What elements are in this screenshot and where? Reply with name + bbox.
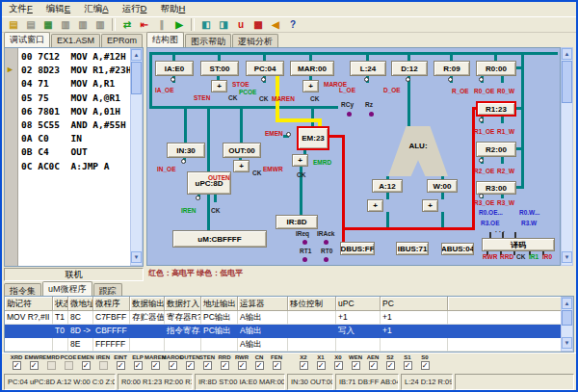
run-icon[interactable]: ▶ [171, 17, 188, 32]
tab-instruction-set[interactable]: 指令集 [4, 283, 41, 297]
table-row[interactable]: MOV R?,#IIT18CC7FBFF存贮器值EM寄存器R?PC输出A输出+1… [5, 311, 573, 325]
label-r0_w: R0_W [497, 88, 514, 94]
search-icon[interactable]: ▥ [74, 17, 92, 32]
simulator-window: 文件F编辑E汇编A运行D帮助H ▤▤▦▥▥▥⇄⇤∥▶◧◨u▩◀? 调试窗口EX1… [0, 0, 578, 392]
signal-checkbox[interactable]: ✓ [386, 361, 395, 370]
logic-icon[interactable]: ▩ [250, 17, 267, 32]
signal-checkbox[interactable] [65, 361, 73, 370]
scroll-up-button[interactable]: ▲ [562, 298, 572, 309]
signal-checkbox[interactable]: ✓ [203, 361, 212, 370]
scroll-up-button[interactable]: ▲ [131, 49, 142, 61]
menu-assemble[interactable]: 汇编A [77, 3, 115, 15]
scroll-down-button[interactable]: ▼ [562, 337, 572, 349]
menu-edit[interactable]: 编辑E [39, 3, 77, 15]
table-cell: 助记符 [5, 297, 53, 311]
signal-checkbox[interactable]: ✓ [221, 361, 229, 370]
tab-um-microprogram[interactable]: uM微程序 [42, 281, 92, 297]
refresh-icon[interactable]: ⇄ [118, 17, 136, 32]
table-cell: A输出 [238, 325, 288, 338]
breakpoint-gutter[interactable]: ► [5, 48, 18, 266]
tab-structure[interactable]: 结构图 [146, 32, 184, 47]
code-scrollbar[interactable]: ▲▼ [130, 48, 143, 266]
box-l: L:24 [350, 61, 386, 76]
signal-checkbox[interactable]: ✓ [169, 361, 177, 370]
signal-checkbox[interactable]: ✓ [238, 361, 247, 370]
label-r1_w: R1_W [497, 128, 514, 135]
signal-checkbox[interactable]: ✓ [300, 361, 308, 370]
wire-teal [240, 109, 243, 143]
scroll-thumb[interactable] [562, 61, 572, 103]
link-status: 联机 [4, 268, 144, 281]
table-cell: 数据打入 [165, 297, 201, 311]
tab-trace[interactable]: 跟踪 [93, 283, 122, 297]
pour-icon[interactable]: ◨ [215, 17, 232, 32]
signal-label: S2 [386, 354, 393, 361]
label-emrd: EMRD [313, 159, 331, 166]
u-icon[interactable]: u [232, 17, 250, 32]
signal-checkbox[interactable]: ✓ [117, 361, 125, 370]
verify-icon[interactable]: ▥ [92, 17, 109, 32]
label-iren: IREN [181, 207, 197, 214]
signal-checkbox[interactable]: ✓ [255, 361, 264, 370]
menu-help[interactable]: 帮助H [153, 3, 192, 15]
structure-panel: 结构图图示帮助逻辑分析 ++++++IA:E0ST:00PC:04MAR:00L… [146, 33, 576, 281]
menu-run[interactable]: 运行D [116, 3, 154, 15]
scroll-thumb[interactable] [131, 62, 142, 94]
pause-icon[interactable]: ∥ [153, 17, 171, 32]
table-cell: 寄存器R? [165, 311, 201, 325]
download-icon[interactable]: ▦ [39, 17, 57, 32]
table-row[interactable]: 8EFFFFFFA输出 [5, 338, 573, 352]
tab-eprom[interactable]: EPRom [101, 34, 143, 47]
menu-file[interactable]: 文件F [2, 3, 39, 15]
table-scrollbar[interactable]: ▲▼ [561, 297, 573, 352]
table-cell [288, 325, 336, 338]
code-line: 0B C4 OUT [21, 146, 88, 157]
diagram-scrollbar[interactable]: ▲▼ [561, 47, 573, 266]
signal-checkbox[interactable]: ✓ [421, 361, 430, 370]
signal-checkbox[interactable]: ✓ [82, 361, 91, 370]
oe-bubble [448, 77, 453, 82]
signal-checkbox[interactable]: ✓ [352, 361, 360, 370]
status-dot [302, 240, 307, 245]
signal-checkbox[interactable]: ✓ [317, 361, 326, 370]
signal-checkbox[interactable]: ✓ [30, 361, 39, 370]
box-a: A:12 [372, 179, 403, 193]
signal-rwr: RWR✓ [233, 354, 250, 370]
sound-icon[interactable]: ◀ [267, 17, 284, 32]
copy-icon[interactable]: ▥ [57, 17, 74, 32]
scroll-down-button[interactable]: ▼ [131, 251, 142, 263]
table-cell [288, 338, 336, 352]
signal-checkbox[interactable]: ✓ [404, 361, 412, 370]
signal-checkbox[interactable]: ✓ [273, 361, 281, 370]
signal-checkbox[interactable]: ✓ [186, 361, 195, 370]
tab-debug-window[interactable]: 调试窗口 [4, 32, 50, 47]
scroll-down-button[interactable]: ▼ [562, 251, 572, 263]
box-decoder: 译码 [482, 238, 555, 251]
tab-ex1-asm[interactable]: EX1.ASM [51, 34, 100, 47]
tab-logic-analysis[interactable]: 逻辑分析 [232, 34, 278, 47]
table-row[interactable]: T08D ->CBFFFF指令寄存器PC输出A输出写入+1 [5, 325, 573, 338]
signal-checkbox[interactable] [99, 361, 108, 370]
signal-label: S0 [421, 354, 428, 361]
fill-icon[interactable]: ◧ [197, 17, 215, 32]
signal-checkbox[interactable] [47, 361, 56, 370]
signal-checkbox[interactable]: ✓ [134, 361, 143, 370]
wire-teal [149, 106, 338, 109]
left-tab-strip: 调试窗口EX1.ASMEPRom [4, 33, 144, 47]
step-reset-icon[interactable]: ⇤ [136, 17, 153, 32]
open-icon[interactable]: ▤ [5, 17, 22, 32]
signal-checkbox[interactable]: ✓ [334, 361, 343, 370]
scroll-thumb[interactable] [562, 310, 572, 326]
tab-graphic-help[interactable]: 图示帮助 [185, 34, 231, 47]
label-rw_range: R0.W... [519, 209, 539, 216]
scroll-up-button[interactable]: ▲ [562, 48, 572, 60]
label-emen: EMEN [265, 130, 283, 137]
signal-label: EMRD [42, 354, 60, 361]
signal-wen: WEN✓ [347, 354, 364, 370]
signal-checkbox[interactable]: ✓ [13, 361, 21, 370]
signal-checkbox[interactable]: ✓ [369, 361, 378, 370]
signal-aen: AEN✓ [364, 354, 381, 370]
save-icon[interactable]: ▤ [22, 17, 39, 32]
help-icon[interactable]: ? [284, 17, 302, 32]
signal-checkbox[interactable]: ✓ [151, 361, 160, 370]
